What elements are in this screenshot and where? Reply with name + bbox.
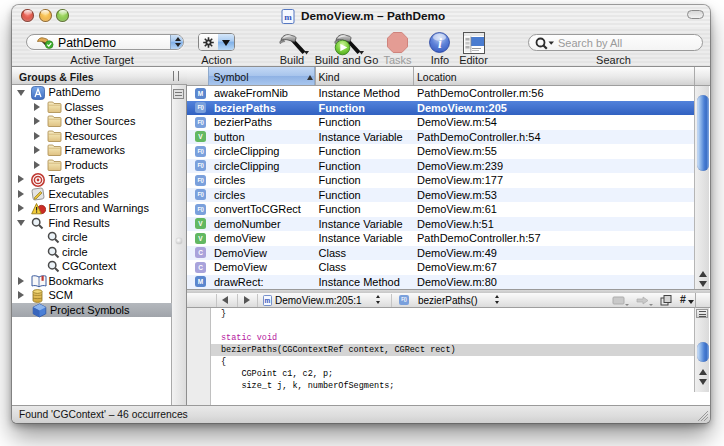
svg-text:m: m	[284, 12, 292, 22]
svg-text:i: i	[438, 36, 442, 51]
svg-text:m: m	[265, 297, 271, 304]
